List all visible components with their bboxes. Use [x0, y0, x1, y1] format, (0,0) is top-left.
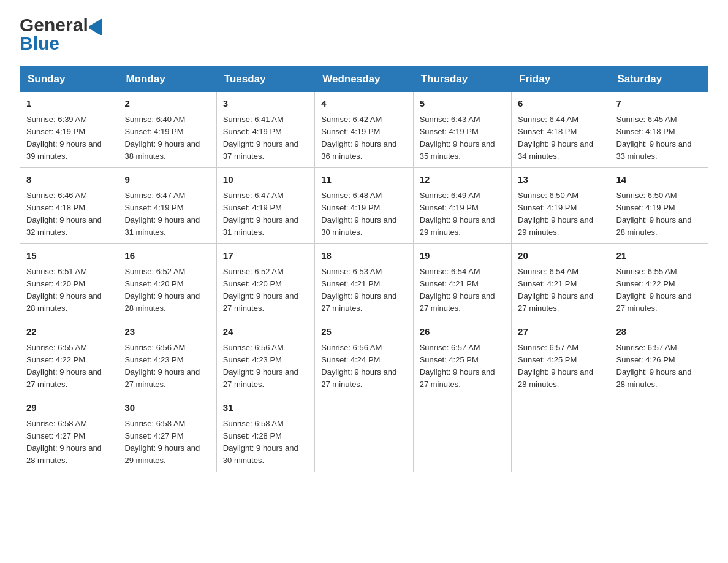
calendar-day-cell: 27Sunrise: 6:57 AMSunset: 4:25 PMDayligh…	[512, 320, 610, 396]
day-number: 29	[26, 401, 112, 415]
day-info: Sunrise: 6:41 AMSunset: 4:19 PMDaylight:…	[223, 113, 308, 163]
svg-marker-0	[89, 15, 107, 35]
weekday-header-row: SundayMondayTuesdayWednesdayThursdayFrid…	[20, 67, 708, 92]
day-info: Sunrise: 6:46 AMSunset: 4:18 PMDaylight:…	[26, 190, 112, 239]
day-number: 31	[223, 401, 308, 415]
weekday-header-tuesday: Tuesday	[216, 67, 314, 92]
calendar-week-row: 1Sunrise: 6:39 AMSunset: 4:19 PMDaylight…	[20, 92, 708, 168]
calendar-day-cell: 21Sunrise: 6:55 AMSunset: 4:22 PMDayligh…	[610, 244, 708, 320]
day-number: 10	[223, 173, 308, 187]
calendar-day-cell: 13Sunrise: 6:50 AMSunset: 4:19 PMDayligh…	[512, 168, 610, 244]
day-info: Sunrise: 6:44 AMSunset: 4:18 PMDaylight:…	[518, 113, 603, 163]
day-info: Sunrise: 6:51 AMSunset: 4:20 PMDaylight:…	[26, 266, 112, 315]
calendar-day-cell: 8Sunrise: 6:46 AMSunset: 4:18 PMDaylight…	[20, 168, 118, 244]
calendar-day-cell: 25Sunrise: 6:56 AMSunset: 4:24 PMDayligh…	[315, 320, 413, 396]
logo-general: General	[20, 15, 88, 36]
day-info: Sunrise: 6:43 AMSunset: 4:19 PMDaylight:…	[420, 113, 505, 163]
day-number: 16	[124, 249, 210, 263]
calendar-day-cell: 7Sunrise: 6:45 AMSunset: 4:18 PMDaylight…	[610, 92, 708, 168]
day-info: Sunrise: 6:55 AMSunset: 4:22 PMDaylight:…	[616, 266, 702, 315]
calendar-day-cell: 29Sunrise: 6:58 AMSunset: 4:27 PMDayligh…	[20, 396, 118, 472]
calendar-day-cell: 26Sunrise: 6:57 AMSunset: 4:25 PMDayligh…	[413, 320, 511, 396]
day-number: 19	[420, 249, 505, 263]
day-info: Sunrise: 6:55 AMSunset: 4:22 PMDaylight:…	[26, 342, 112, 391]
weekday-header-thursday: Thursday	[413, 67, 511, 92]
logo-blue: Blue	[20, 33, 59, 54]
weekday-header-monday: Monday	[118, 67, 216, 92]
calendar-day-cell: 3Sunrise: 6:41 AMSunset: 4:19 PMDaylight…	[216, 92, 314, 168]
calendar-day-cell: 17Sunrise: 6:52 AMSunset: 4:20 PMDayligh…	[216, 244, 314, 320]
day-info: Sunrise: 6:56 AMSunset: 4:23 PMDaylight:…	[223, 342, 308, 391]
day-info: Sunrise: 6:57 AMSunset: 4:25 PMDaylight:…	[518, 342, 603, 391]
calendar-day-cell: 6Sunrise: 6:44 AMSunset: 4:18 PMDaylight…	[512, 92, 610, 168]
day-info: Sunrise: 6:54 AMSunset: 4:21 PMDaylight:…	[420, 266, 505, 315]
empty-day-cell	[610, 396, 708, 472]
calendar-day-cell: 20Sunrise: 6:54 AMSunset: 4:21 PMDayligh…	[512, 244, 610, 320]
calendar-day-cell: 16Sunrise: 6:52 AMSunset: 4:20 PMDayligh…	[118, 244, 216, 320]
day-number: 2	[124, 97, 210, 111]
calendar-week-row: 29Sunrise: 6:58 AMSunset: 4:27 PMDayligh…	[20, 396, 708, 472]
day-number: 4	[321, 97, 406, 111]
day-info: Sunrise: 6:47 AMSunset: 4:19 PMDaylight:…	[223, 190, 308, 239]
day-number: 13	[518, 173, 603, 187]
day-number: 6	[518, 97, 603, 111]
day-info: Sunrise: 6:47 AMSunset: 4:19 PMDaylight:…	[124, 190, 210, 239]
calendar-day-cell: 18Sunrise: 6:53 AMSunset: 4:21 PMDayligh…	[315, 244, 413, 320]
day-number: 1	[26, 97, 112, 111]
day-number: 9	[124, 173, 210, 187]
day-info: Sunrise: 6:57 AMSunset: 4:26 PMDaylight:…	[616, 342, 702, 391]
calendar-day-cell: 14Sunrise: 6:50 AMSunset: 4:19 PMDayligh…	[610, 168, 708, 244]
day-info: Sunrise: 6:58 AMSunset: 4:28 PMDaylight:…	[223, 418, 308, 467]
weekday-header-saturday: Saturday	[610, 67, 708, 92]
weekday-header-wednesday: Wednesday	[315, 67, 413, 92]
day-number: 28	[616, 325, 702, 339]
day-info: Sunrise: 6:56 AMSunset: 4:23 PMDaylight:…	[124, 342, 210, 391]
day-info: Sunrise: 6:48 AMSunset: 4:19 PMDaylight:…	[321, 190, 406, 239]
empty-day-cell	[413, 396, 511, 472]
calendar-day-cell: 24Sunrise: 6:56 AMSunset: 4:23 PMDayligh…	[216, 320, 314, 396]
day-number: 20	[518, 249, 603, 263]
day-info: Sunrise: 6:50 AMSunset: 4:19 PMDaylight:…	[616, 190, 702, 239]
day-number: 27	[518, 325, 603, 339]
calendar-day-cell: 10Sunrise: 6:47 AMSunset: 4:19 PMDayligh…	[216, 168, 314, 244]
day-number: 26	[420, 325, 505, 339]
day-info: Sunrise: 6:49 AMSunset: 4:19 PMDaylight:…	[420, 190, 505, 239]
day-number: 7	[616, 97, 702, 111]
day-info: Sunrise: 6:57 AMSunset: 4:25 PMDaylight:…	[420, 342, 505, 391]
empty-day-cell	[315, 396, 413, 472]
day-number: 12	[420, 173, 505, 187]
calendar-day-cell: 4Sunrise: 6:42 AMSunset: 4:19 PMDaylight…	[315, 92, 413, 168]
day-info: Sunrise: 6:58 AMSunset: 4:27 PMDaylight:…	[124, 418, 210, 467]
day-number: 5	[420, 97, 505, 111]
day-info: Sunrise: 6:54 AMSunset: 4:21 PMDaylight:…	[518, 266, 603, 315]
day-info: Sunrise: 6:56 AMSunset: 4:24 PMDaylight:…	[321, 342, 406, 391]
weekday-header-sunday: Sunday	[20, 67, 118, 92]
day-info: Sunrise: 6:40 AMSunset: 4:19 PMDaylight:…	[124, 113, 210, 163]
day-info: Sunrise: 6:52 AMSunset: 4:20 PMDaylight:…	[124, 266, 210, 315]
header: General Blue	[20, 15, 708, 54]
day-number: 25	[321, 325, 406, 339]
calendar-day-cell: 15Sunrise: 6:51 AMSunset: 4:20 PMDayligh…	[20, 244, 118, 320]
calendar-day-cell: 5Sunrise: 6:43 AMSunset: 4:19 PMDaylight…	[413, 92, 511, 168]
calendar-table: SundayMondayTuesdayWednesdayThursdayFrid…	[20, 66, 708, 472]
calendar-day-cell: 12Sunrise: 6:49 AMSunset: 4:19 PMDayligh…	[413, 168, 511, 244]
day-info: Sunrise: 6:50 AMSunset: 4:19 PMDaylight:…	[518, 190, 603, 239]
calendar-day-cell: 9Sunrise: 6:47 AMSunset: 4:19 PMDaylight…	[118, 168, 216, 244]
day-number: 23	[124, 325, 210, 339]
calendar-day-cell: 23Sunrise: 6:56 AMSunset: 4:23 PMDayligh…	[118, 320, 216, 396]
day-number: 11	[321, 173, 406, 187]
weekday-header-friday: Friday	[512, 67, 610, 92]
day-info: Sunrise: 6:39 AMSunset: 4:19 PMDaylight:…	[26, 113, 112, 163]
day-info: Sunrise: 6:58 AMSunset: 4:27 PMDaylight:…	[26, 418, 112, 467]
calendar-day-cell: 28Sunrise: 6:57 AMSunset: 4:26 PMDayligh…	[610, 320, 708, 396]
day-number: 21	[616, 249, 702, 263]
calendar-day-cell: 2Sunrise: 6:40 AMSunset: 4:19 PMDaylight…	[118, 92, 216, 168]
day-number: 3	[223, 97, 308, 111]
empty-day-cell	[512, 396, 610, 472]
day-number: 30	[124, 401, 210, 415]
calendar-week-row: 8Sunrise: 6:46 AMSunset: 4:18 PMDaylight…	[20, 168, 708, 244]
day-number: 17	[223, 249, 308, 263]
calendar-day-cell: 19Sunrise: 6:54 AMSunset: 4:21 PMDayligh…	[413, 244, 511, 320]
calendar-day-cell: 31Sunrise: 6:58 AMSunset: 4:28 PMDayligh…	[216, 396, 314, 472]
calendar-day-cell: 30Sunrise: 6:58 AMSunset: 4:27 PMDayligh…	[118, 396, 216, 472]
